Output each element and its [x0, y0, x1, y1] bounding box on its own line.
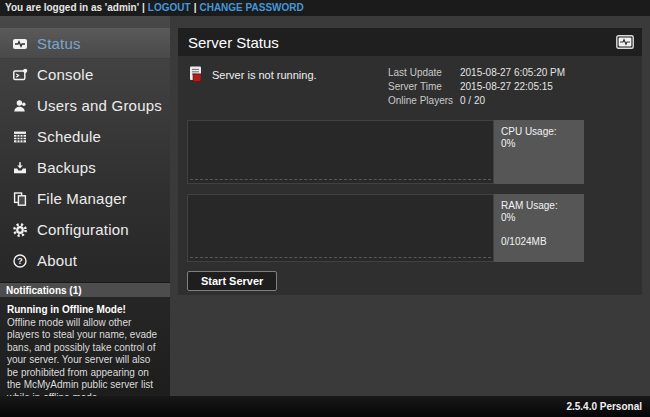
panel-header: Server Status — [178, 28, 642, 56]
notifications-header: Notifications (1) — [0, 282, 170, 298]
notification-title: Running in Offline Mode! — [7, 304, 163, 317]
cpu-usage-value: 0% — [501, 138, 577, 150]
sidebar: Status Console Users and Groups Schedule — [0, 16, 170, 396]
ram-usage-box: RAM Usage: 0% 0/1024MB — [494, 194, 584, 262]
main-area: Server Status Server is not running. Las… — [170, 16, 650, 396]
info-row-online-players: Online Players 0 / 20 — [388, 94, 633, 108]
info-label: Server Time — [388, 80, 460, 94]
panel-content: Server is not running. Last Update 2015-… — [178, 56, 642, 295]
logged-in-text: You are logged in as 'admin' — [5, 2, 139, 13]
file-manager-icon — [12, 191, 28, 207]
version-text: 2.5.4.0 Personal — [566, 401, 642, 412]
logout-link[interactable]: LOGOUT — [148, 2, 191, 13]
start-server-button[interactable]: Start Server — [187, 271, 277, 291]
ram-usage-value: 0% — [501, 212, 577, 224]
info-row-server-time: Server Time 2015-08-27 22:05:15 — [388, 80, 633, 94]
schedule-icon — [12, 129, 28, 145]
info-value: 2015-08-27 22:05:15 — [460, 80, 553, 94]
users-icon — [12, 98, 28, 114]
sidebar-item-backups[interactable]: Backups — [0, 152, 170, 183]
status-icon — [12, 36, 28, 52]
sidebar-item-label: Backups — [37, 159, 96, 176]
about-icon: ? — [12, 253, 28, 269]
status-module-icon — [616, 35, 634, 49]
sidebar-menu: Status Console Users and Groups Schedule — [0, 16, 170, 276]
ram-usage-label: RAM Usage: — [501, 200, 577, 212]
ram-usage-graph — [187, 194, 494, 262]
info-label: Last Update — [388, 66, 460, 80]
sidebar-item-label: About — [37, 252, 77, 269]
topbar: You are logged in as 'admin'|LOGOUT|CHAN… — [0, 0, 650, 16]
info-value: 2015-08-27 6:05:20 PM — [460, 66, 565, 80]
server-stopped-icon — [187, 65, 205, 84]
graph-zero-line — [190, 179, 491, 180]
sidebar-item-label: Status — [37, 35, 81, 52]
server-state: Server is not running. — [187, 65, 388, 84]
change-password-link[interactable]: CHANGE PASSWORD — [199, 2, 303, 13]
server-info-table: Last Update 2015-08-27 6:05:20 PM Server… — [388, 66, 633, 108]
sidebar-item-label: Schedule — [37, 128, 101, 145]
status-row: Server is not running. Last Update 2015-… — [187, 65, 633, 108]
console-icon — [12, 67, 28, 83]
separator: | — [142, 2, 145, 13]
sidebar-item-label: Configuration — [37, 221, 129, 238]
sidebar-item-file-manager[interactable]: File Manager — [0, 183, 170, 214]
info-label: Online Players — [388, 94, 460, 108]
sidebar-item-configuration[interactable]: Configuration — [0, 214, 170, 245]
ram-usage-row: RAM Usage: 0% 0/1024MB — [187, 194, 633, 262]
server-status-message: Server is not running. — [212, 69, 317, 81]
footer: 2.5.4.0 Personal — [0, 396, 650, 417]
cpu-usage-box: CPU Usage: 0% — [494, 120, 584, 184]
sidebar-item-label: Console — [37, 66, 93, 83]
info-row-last-update: Last Update 2015-08-27 6:05:20 PM — [388, 66, 633, 80]
ram-usage-detail: 0/1024MB — [501, 236, 577, 248]
page-title: Server Status — [188, 34, 616, 51]
separator: | — [194, 2, 197, 13]
svg-text:?: ? — [17, 256, 23, 266]
sidebar-item-status[interactable]: Status — [0, 28, 170, 59]
sidebar-item-about[interactable]: ? About — [0, 245, 170, 276]
notifications-body: Running in Offline Mode! Offline mode wi… — [0, 298, 170, 410]
sidebar-item-schedule[interactable]: Schedule — [0, 121, 170, 152]
notification-text: Offline mode will allow other players to… — [7, 317, 163, 405]
sidebar-item-label: Users and Groups — [37, 97, 162, 114]
sidebar-item-console[interactable]: Console — [0, 59, 170, 90]
sidebar-item-label: File Manager — [37, 190, 127, 207]
info-value: 0 / 20 — [460, 94, 485, 108]
cpu-usage-graph — [187, 120, 494, 184]
backups-icon — [12, 160, 28, 176]
server-status-panel: Server Status Server is not running. Las… — [178, 28, 642, 295]
configuration-icon — [12, 222, 28, 238]
cpu-usage-row: CPU Usage: 0% — [187, 120, 633, 184]
graph-zero-line — [190, 257, 491, 258]
cpu-usage-label: CPU Usage: — [501, 126, 577, 138]
sidebar-item-users-and-groups[interactable]: Users and Groups — [0, 90, 170, 121]
